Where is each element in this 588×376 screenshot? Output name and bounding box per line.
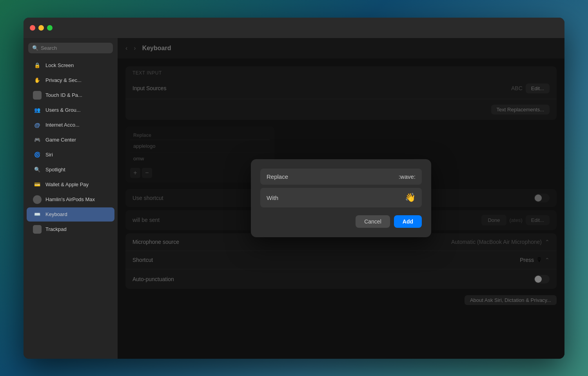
- sidebar-item-airpods[interactable]: Hamlin's AirPods Max: [27, 193, 114, 207]
- wallet-icon: 💳: [33, 180, 42, 189]
- privacy-security-icon: ✋: [33, 76, 42, 85]
- sidebar-item-users-groups[interactable]: 👥 Users & Grou...: [27, 103, 114, 117]
- dialog-replace-value: :wave:: [399, 173, 416, 180]
- text-replacement-dialog: Replace :wave: With 👋 Cancel Add: [251, 159, 431, 237]
- airpods-icon: [33, 195, 42, 204]
- dialog-with-emoji: 👋: [405, 193, 416, 203]
- main-window: 🔍 Search 🔒 Lock Screen ✋ Privacy & Sec..…: [24, 18, 564, 359]
- dialog-cancel-button[interactable]: Cancel: [356, 215, 390, 228]
- sidebar-label-game-center: Game Center: [45, 137, 76, 143]
- sidebar: 🔍 Search 🔒 Lock Screen ✋ Privacy & Sec..…: [24, 38, 118, 359]
- search-icon: 🔍: [32, 45, 38, 51]
- dialog-add-button[interactable]: Add: [394, 215, 422, 228]
- close-button[interactable]: [30, 25, 35, 31]
- content-area: ‹ › Keyboard Text Input Input Sources AB…: [118, 38, 564, 359]
- sidebar-item-privacy-security[interactable]: ✋ Privacy & Sec...: [27, 73, 114, 87]
- search-bar[interactable]: 🔍 Search: [28, 43, 113, 53]
- dialog-overlay: Replace :wave: With 👋 Cancel Add: [118, 38, 564, 359]
- sidebar-label-spotlight: Spotlight: [45, 167, 65, 173]
- lock-screen-icon: 🔒: [33, 61, 42, 70]
- sidebar-label-lock-screen: Lock Screen: [45, 62, 74, 68]
- maximize-button[interactable]: [47, 25, 53, 31]
- sidebar-item-trackpad[interactable]: Trackpad: [27, 222, 114, 236]
- internet-accounts-icon: @: [33, 121, 42, 129]
- sidebar-item-game-center[interactable]: 🎮 Game Center: [27, 133, 114, 147]
- users-groups-icon: 👥: [33, 106, 42, 114]
- sidebar-label-users-groups: Users & Grou...: [45, 107, 81, 113]
- sidebar-item-siri[interactable]: 🌀 Siri: [27, 148, 114, 162]
- sidebar-label-internet-accounts: Internet Acco...: [45, 122, 80, 128]
- sidebar-label-privacy-security: Privacy & Sec...: [45, 77, 82, 83]
- sidebar-item-internet-accounts[interactable]: @ Internet Acco...: [27, 118, 114, 132]
- sidebar-item-wallet[interactable]: 💳 Wallet & Apple Pay: [27, 178, 114, 192]
- sidebar-label-siri: Siri: [45, 152, 53, 158]
- sidebar-label-keyboard: Keyboard: [45, 211, 67, 217]
- sidebar-item-touch-id[interactable]: Touch ID & Pa...: [27, 88, 114, 102]
- sidebar-label-touch-id: Touch ID & Pa...: [45, 92, 82, 98]
- search-placeholder: Search: [41, 45, 57, 51]
- dialog-replace-label: Replace: [267, 173, 399, 180]
- main-layout: 🔍 Search 🔒 Lock Screen ✋ Privacy & Sec..…: [24, 38, 564, 359]
- dialog-replace-field[interactable]: Replace :wave:: [260, 169, 422, 185]
- dialog-with-field[interactable]: With 👋: [260, 188, 422, 207]
- sidebar-item-keyboard[interactable]: ⌨️ Keyboard: [27, 207, 114, 222]
- dialog-buttons: Cancel Add: [260, 215, 422, 228]
- dialog-with-label: With: [267, 194, 405, 201]
- spotlight-icon: 🔍: [33, 165, 42, 174]
- trackpad-icon: [33, 225, 42, 234]
- sidebar-label-airpods: Hamlin's AirPods Max: [45, 196, 95, 202]
- minimize-button[interactable]: [38, 25, 44, 31]
- sidebar-label-trackpad: Trackpad: [45, 226, 67, 232]
- sidebar-item-lock-screen[interactable]: 🔒 Lock Screen: [27, 58, 114, 73]
- titlebar: [24, 18, 564, 38]
- sidebar-item-spotlight[interactable]: 🔍 Spotlight: [27, 163, 114, 177]
- traffic-lights: [30, 25, 53, 31]
- game-center-icon: 🎮: [33, 136, 42, 144]
- keyboard-icon: ⌨️: [33, 210, 42, 219]
- sidebar-label-wallet: Wallet & Apple Pay: [45, 182, 89, 187]
- siri-icon: 🌀: [33, 151, 42, 159]
- touch-id-icon: [33, 91, 42, 100]
